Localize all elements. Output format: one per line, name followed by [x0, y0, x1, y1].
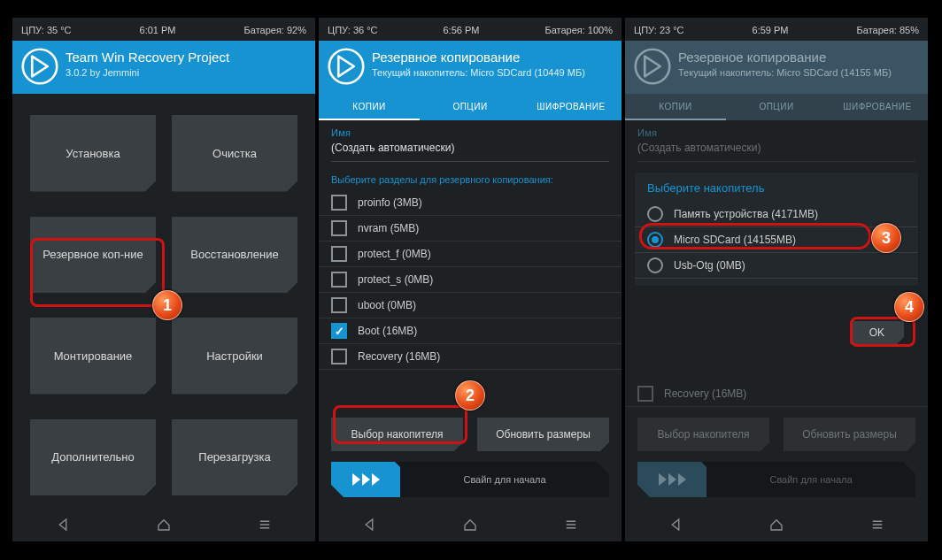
ok-button[interactable]: OK [850, 321, 904, 344]
partition-protectf[interactable]: protect_f (0MB) [319, 242, 622, 267]
header-subtitle: Текущий накопитель: Micro SDCard (14155 … [678, 67, 892, 78]
name-value: (Создать автоматически) [637, 138, 915, 162]
status-battery: Батарея: 85% [857, 25, 919, 35]
tab-encryption: ШИФРОВАНИЕ [827, 94, 928, 120]
radio-icon [647, 206, 663, 222]
storage-usb-otg[interactable]: Usb-Otg (0MB) [635, 253, 918, 279]
twrp-logo-icon [634, 48, 671, 85]
nav-back-icon[interactable] [668, 517, 683, 533]
android-navbar [319, 504, 622, 541]
partition-recovery-dim: Recovery (16MB) [625, 381, 928, 407]
header-subtitle: Текущий накопитель: Micro SDCard (10449 … [372, 67, 585, 78]
partitions-list: proinfo (3MB) nvram (5MB) protect_f (0MB… [319, 190, 622, 407]
callout-badge-2: 2 [455, 380, 485, 410]
status-cpu: ЦПУ: 36 °C [328, 25, 378, 35]
svg-point-2 [636, 50, 670, 84]
nav-recent-icon[interactable] [563, 517, 579, 533]
status-battery: Батарея: 100% [544, 25, 613, 35]
refresh-sizes-button: Обновить размеры [784, 418, 915, 451]
radio-icon [647, 257, 663, 273]
menu-backup[interactable]: Резервное коп-ние [30, 217, 156, 294]
header: Резервное копирование Текущий накопитель… [319, 41, 622, 94]
partition-recovery[interactable]: Recovery (16MB) [319, 344, 622, 370]
menu-restore[interactable]: Восстановление [172, 217, 297, 294]
dialog-title: Выберите накопитель [635, 173, 918, 202]
nav-home-icon[interactable] [156, 517, 172, 533]
swipe-slider[interactable]: Свайп для начала [331, 462, 609, 497]
header-subtitle: 3.0.2 by Jemmini [66, 67, 229, 78]
svg-point-1 [329, 50, 364, 84]
nav-recent-icon[interactable] [257, 517, 273, 533]
menu-install[interactable]: Установка [30, 115, 156, 192]
storage-device-memory[interactable]: Память устройства (4171MB) [635, 202, 918, 227]
checkbox-icon [331, 220, 347, 236]
checkbox-checked-icon [331, 323, 347, 339]
menu-reboot[interactable]: Перезагрузка [172, 419, 297, 496]
tab-options: ОПЦИИ [726, 94, 827, 120]
partition-proinfo[interactable]: proinfo (3MB) [319, 190, 622, 216]
checkbox-icon [331, 297, 347, 313]
name-label: Имя [637, 127, 915, 138]
status-time: 6:59 PM [753, 25, 789, 35]
header: Team Win Recovery Project 3.0.2 by Jemmi… [12, 41, 315, 94]
name-section: Имя (Создать автоматически) [319, 120, 622, 165]
checkbox-icon [637, 386, 653, 402]
name-section: Имя (Создать автоматически) [625, 120, 928, 165]
screen-3-select-storage: ЦПУ: 23 °C 6:59 PM Батарея: 85% Резервно… [625, 18, 928, 541]
header-title: Резервное копирование [678, 50, 892, 65]
partition-nvram[interactable]: nvram (5MB) [319, 216, 622, 242]
status-battery: Батарея: 92% [244, 25, 306, 35]
name-value[interactable]: (Создать автоматически) [331, 138, 609, 162]
swipe-thumb[interactable] [331, 462, 400, 497]
checkbox-icon [331, 195, 347, 211]
swipe-label: Свайп для начала [706, 474, 915, 485]
header-title: Резервное копирование [372, 50, 585, 65]
screen-2-backup: ЦПУ: 36 °C 6:56 PM Батарея: 100% Резервн… [319, 18, 622, 541]
header-title: Team Win Recovery Project [66, 50, 229, 65]
checkbox-icon [331, 246, 347, 262]
menu-wipe[interactable]: Очистка [172, 115, 297, 192]
name-label: Имя [331, 127, 609, 138]
status-cpu: ЦПУ: 35 °C [21, 25, 72, 35]
select-storage-button[interactable]: Выбор накопителя [331, 418, 463, 451]
status-bar: ЦПУ: 36 °C 6:56 PM Батарея: 100% [319, 18, 622, 41]
status-cpu: ЦПУ: 23 °C [634, 25, 684, 35]
partition-uboot[interactable]: uboot (0MB) [319, 293, 622, 318]
tab-copies[interactable]: КОПИИ [319, 94, 420, 120]
nav-home-icon[interactable] [768, 517, 784, 533]
tab-options[interactable]: ОПЦИИ [420, 94, 521, 120]
refresh-sizes-button[interactable]: Обновить размеры [477, 418, 609, 451]
radio-selected-icon [647, 232, 663, 248]
menu-settings[interactable]: Настройки [172, 318, 297, 395]
partitions-header: Выберите разделы для резервного копирова… [319, 165, 622, 190]
swipe-thumb [637, 462, 706, 497]
screen-1-twrp-home: ЦПУ: 35 °C 6:01 PM Батарея: 92% Team Win… [12, 18, 315, 541]
menu-advanced[interactable]: Дополнительно [30, 419, 156, 496]
partition-boot[interactable]: Boot (16MB) [319, 318, 622, 344]
callout-badge-1: 1 [152, 290, 182, 320]
button-row: Выбор накопителя Обновить размеры [319, 407, 622, 458]
tab-bar: КОПИИ ОПЦИИ ШИФРОВАНИЕ [319, 94, 622, 120]
status-time: 6:01 PM [140, 25, 176, 35]
svg-point-0 [23, 50, 58, 84]
nav-back-icon[interactable] [55, 517, 71, 533]
twrp-logo-icon [328, 48, 365, 85]
header: Резервное копирование Текущий накопитель… [625, 41, 928, 94]
checkbox-icon [331, 272, 347, 288]
tab-bar: КОПИИ ОПЦИИ ШИФРОВАНИЕ [625, 94, 928, 120]
tab-encryption[interactable]: ШИФРОВАНИЕ [521, 94, 622, 120]
button-row: Выбор накопителя Обновить размеры [625, 407, 928, 458]
nav-home-icon[interactable] [462, 517, 478, 533]
swipe-slider: Свайп для начала [637, 462, 915, 497]
android-navbar [12, 504, 315, 541]
android-navbar [625, 504, 928, 541]
swipe-label: Свайп для начала [400, 474, 609, 485]
partition-protects[interactable]: protect_s (0MB) [319, 267, 622, 293]
twrp-logo-icon [21, 48, 58, 85]
callout-badge-3: 3 [871, 223, 901, 253]
status-bar: ЦПУ: 35 °C 6:01 PM Батарея: 92% [12, 18, 315, 41]
menu-mount[interactable]: Монтирование [30, 318, 156, 395]
nav-recent-icon[interactable] [869, 517, 885, 533]
nav-back-icon[interactable] [361, 517, 377, 533]
callout-badge-4: 4 [894, 292, 924, 322]
